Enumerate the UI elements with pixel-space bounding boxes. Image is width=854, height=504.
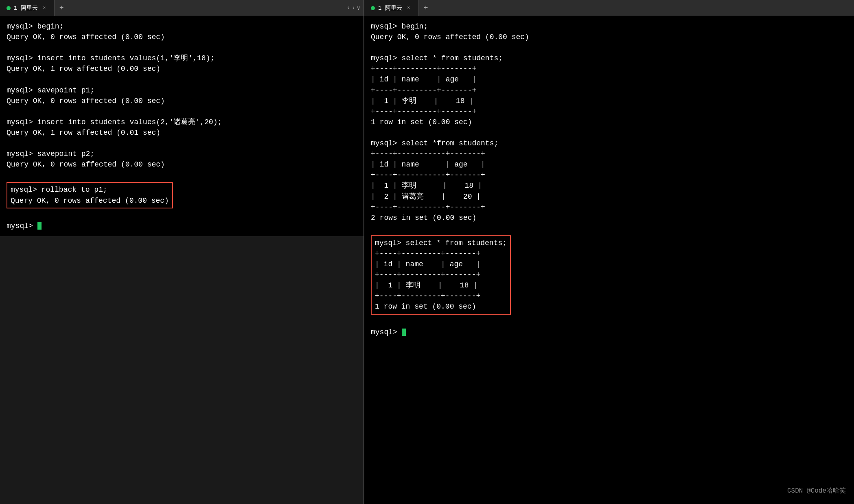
right-tab-dot	[371, 6, 375, 10]
left-highlight-line-1: mysql> rollback to p1;	[11, 184, 169, 195]
right-terminal: mysql> begin; Query OK, 0 rows affected …	[364, 16, 854, 504]
right-hl-2: +----+---------+-------+	[375, 248, 507, 259]
left-blank-6	[7, 210, 357, 221]
left-line-3: mysql> insert into students values(1,'李明…	[7, 53, 357, 64]
left-line-8: Query OK, 1 row affected (0.01 sec)	[7, 127, 357, 138]
left-line-6: Query OK, 0 rows affected (0.00 sec)	[7, 96, 357, 106]
right-line-6: +----+---------+-------+	[371, 85, 847, 96]
left-tab-dot	[7, 6, 11, 10]
right-line-1: mysql> begin;	[371, 21, 847, 32]
right-cursor	[402, 329, 406, 336]
left-prompt-line: mysql>	[7, 221, 357, 231]
left-line-4: Query OK, 1 row affected (0.00 sec)	[7, 64, 357, 74]
right-line-11: +----+-----------+-------+	[371, 149, 847, 159]
right-highlight-box: mysql> select * from students; +----+---…	[371, 235, 511, 315]
right-line-13: +----+-----------+-------+	[371, 170, 847, 180]
left-nav-arrows: ‹ › ∨	[347, 4, 363, 11]
right-line-15: | 2 | 诸葛亮 | 20 |	[371, 191, 847, 202]
right-line-3: mysql> select * from students;	[371, 53, 847, 64]
left-line-9: mysql> savepoint p2;	[7, 149, 357, 159]
right-blank-1	[371, 42, 847, 53]
right-top-bar: 1 阿里云 × +	[364, 0, 854, 16]
left-highlight-line-2: Query OK, 0 rows affected (0.00 sec)	[11, 195, 169, 206]
left-arrow-down[interactable]: ∨	[357, 4, 360, 11]
right-tab-label: 1 阿里云	[378, 4, 402, 12]
right-line-14: | 1 | 李明 | 18 |	[371, 180, 847, 191]
right-line-7: | 1 | 李明 | 18 |	[371, 96, 847, 106]
right-line-4: +----+---------+-------+	[371, 64, 847, 74]
left-highlight-box: mysql> rollback to p1; Query OK, 0 rows …	[7, 182, 173, 208]
left-blank-5	[7, 170, 357, 180]
right-line-12: | id | name | age |	[371, 159, 847, 170]
right-hl-3: | id | name | age |	[375, 259, 507, 270]
right-blank-2	[371, 127, 847, 138]
left-blank-3	[7, 106, 357, 117]
right-line-8: +----+---------+-------+	[371, 106, 847, 117]
left-blank-1	[7, 42, 357, 53]
left-tab[interactable]: 1 阿里云 ×	[0, 0, 55, 16]
left-cursor	[37, 222, 42, 230]
left-arrow-right[interactable]: ›	[352, 4, 355, 11]
left-blank-4	[7, 138, 357, 149]
right-line-16: +----+-----------+-------+	[371, 202, 847, 213]
left-tab-add[interactable]: +	[55, 0, 69, 16]
left-line-7: mysql> insert into students values(2,'诸葛…	[7, 117, 357, 127]
right-hl-6: +----+---------+-------+	[375, 291, 507, 301]
watermark: CSDN @Code哈哈笑	[787, 486, 846, 496]
right-blank-3	[371, 223, 847, 234]
left-top-bar: 1 阿里云 × + ‹ › ∨	[0, 0, 363, 16]
right-line-5: | id | name | age |	[371, 74, 847, 85]
right-tab[interactable]: 1 阿里云 ×	[364, 0, 419, 16]
left-line-10: Query OK, 0 rows affected (0.00 sec)	[7, 159, 357, 170]
right-blank-4	[371, 316, 847, 327]
right-line-9: 1 row in set (0.00 sec)	[371, 117, 847, 127]
right-line-2: Query OK, 0 rows affected (0.00 sec)	[371, 32, 847, 42]
left-blank-2	[7, 74, 357, 85]
right-hl-1: mysql> select * from students;	[375, 238, 507, 248]
right-prompt-line: mysql>	[371, 327, 847, 337]
right-tab-add[interactable]: +	[419, 0, 433, 16]
right-hl-4: +----+---------+-------+	[375, 270, 507, 280]
left-line-1: mysql> begin;	[7, 21, 357, 32]
right-hl-5: | 1 | 李明 | 18 |	[375, 280, 507, 291]
right-line-10: mysql> select *from students;	[371, 138, 847, 149]
right-tab-close[interactable]: ×	[405, 5, 412, 11]
left-line-5: mysql> savepoint p1;	[7, 85, 357, 96]
right-line-17: 2 rows in set (0.00 sec)	[371, 213, 847, 223]
right-panel: 1 阿里云 × + mysql> begin; Query OK, 0 rows…	[364, 0, 854, 504]
left-line-2: Query OK, 0 rows affected (0.00 sec)	[7, 32, 357, 42]
left-tab-close[interactable]: ×	[41, 5, 48, 11]
left-tab-label: 1 阿里云	[14, 4, 38, 12]
left-terminal: mysql> begin; Query OK, 0 rows affected …	[0, 16, 364, 236]
right-hl-7: 1 row in set (0.00 sec)	[375, 301, 507, 312]
left-arrow-left[interactable]: ‹	[347, 4, 350, 11]
